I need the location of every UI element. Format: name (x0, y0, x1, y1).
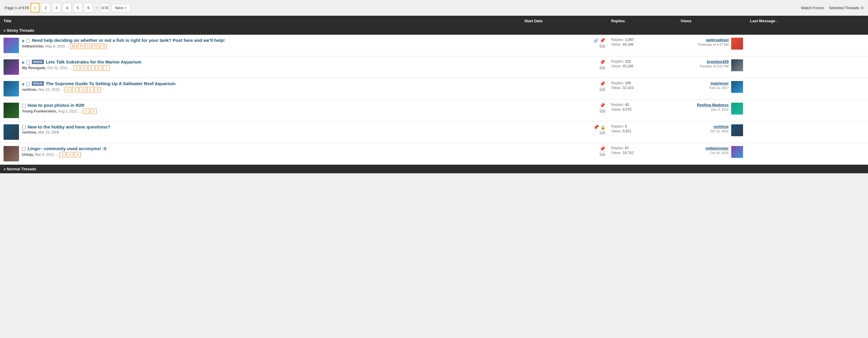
thread-page-link[interactable]: 6 (96, 65, 102, 71)
thread-page-link[interactable]: 5 (87, 87, 93, 92)
thread-author[interactable]: revhtree, (22, 130, 37, 134)
header-views: Views (677, 16, 747, 26)
avatar[interactable] (4, 38, 19, 53)
thread-page-link[interactable]: 73 (100, 43, 106, 49)
last-message-cell: mpjmeyerFeb 10, 2017 (677, 78, 747, 100)
article-badge: Article (32, 81, 44, 86)
thread-page-link[interactable]: 2 (59, 152, 66, 157)
thread-checkbox[interactable] (26, 82, 30, 86)
thread-page-link[interactable]: 3 (67, 152, 73, 157)
thread-page-link[interactable]: 70 (78, 43, 84, 49)
pin-icon[interactable]: 📌 (599, 81, 606, 87)
last-avatar[interactable] (731, 124, 743, 136)
last-avatar[interactable] (731, 146, 743, 158)
edit-link[interactable]: Edit (523, 44, 606, 48)
thread-title-link[interactable]: Lets Talk Substrates for the Marine Aqua… (46, 59, 142, 64)
edit-link[interactable]: Edit (523, 66, 606, 69)
last-author-link[interactable]: mdbannister (705, 146, 728, 150)
pin-icon[interactable]: 📌 (599, 103, 606, 108)
action-cell: 🔗📌Edit (521, 35, 608, 56)
thread-date: Aug 2, 2012 (58, 109, 78, 113)
title-cell: How to post photos in R2RYoung Frankenst… (0, 100, 521, 121)
page-last[interactable]: 678 (101, 3, 110, 12)
page-1[interactable]: 1 (31, 3, 39, 12)
last-author-link[interactable]: Reefing Madness (697, 103, 729, 107)
page-4[interactable]: 4 (63, 3, 71, 12)
thread-page-link[interactable]: 71 (85, 43, 92, 49)
thread-page-link[interactable]: 3 (90, 109, 97, 114)
thread-page-link[interactable]: 3 (72, 87, 79, 92)
thread-checkbox[interactable] (26, 61, 30, 64)
views-count: 45,345 (623, 64, 633, 68)
thread-title-link[interactable]: Lingo~ commonly used acronyms! :0 (28, 146, 106, 151)
views-count: 16,742 (623, 151, 633, 155)
thread-checkbox[interactable] (22, 147, 26, 151)
last-date: Yesterday at 9:37 AM (698, 43, 728, 46)
watch-forum-link[interactable]: Watch Forum (801, 6, 824, 10)
thread-checkbox[interactable] (22, 104, 26, 108)
replies-count: 5 (625, 124, 627, 128)
stats-cell: Replies: 105 Views: 32,103 (608, 78, 677, 100)
sticky-label: » Sticky Threads (0, 26, 868, 35)
edit-link[interactable]: Edit (523, 109, 606, 113)
thread-title-link[interactable]: How to post photos in R2R (28, 103, 85, 108)
next-button[interactable]: Next > (111, 4, 130, 12)
last-author-link[interactable]: mpjmeyer (710, 81, 728, 86)
thread-page-link[interactable]: 2 (83, 109, 89, 114)
last-author-link[interactable]: revhtree (713, 124, 728, 129)
last-avatar[interactable] (731, 103, 743, 115)
link-icon[interactable]: 🔗 (593, 38, 598, 43)
thread-checkbox[interactable] (22, 125, 26, 129)
header-title: Title (0, 16, 521, 26)
last-author-link[interactable]: eatbreakfast (706, 38, 729, 42)
thread-date: Nov 12, 2013 (38, 88, 59, 92)
views-label: Views: (611, 86, 622, 90)
pin-icon[interactable]: 📌 (599, 59, 606, 65)
thread-author[interactable]: Uninja, (22, 153, 34, 157)
lock-icon[interactable]: 🔒 (600, 125, 606, 130)
thread-author[interactable]: Young Frankenstein, (22, 109, 57, 113)
thread-page-link[interactable]: 69 (70, 43, 77, 49)
thread-page-link[interactable]: 5 (88, 65, 95, 71)
thread-page-link[interactable]: 2 (65, 87, 71, 92)
avatar[interactable] (4, 81, 19, 96)
page-3[interactable]: 3 (52, 3, 61, 12)
last-author-link[interactable]: brandon429 (707, 59, 729, 64)
edit-link[interactable]: Edit (523, 130, 606, 134)
thread-title-link[interactable]: The Supreme Guide To Setting Up A Saltwa… (46, 81, 175, 86)
last-avatar[interactable] (731, 38, 743, 50)
page-6[interactable]: 6 (84, 3, 93, 12)
thread-page-link[interactable]: 3 (73, 65, 80, 71)
last-avatar[interactable] (731, 59, 743, 71)
thread-page-link[interactable]: 4 (80, 87, 86, 92)
thread-page-link[interactable]: 7 (103, 65, 110, 71)
pin-icon[interactable]: 📌 (599, 146, 606, 152)
thread-author[interactable]: revhtree, (22, 88, 37, 92)
thread-page-link[interactable]: 4 (81, 65, 87, 71)
last-date: Oct 18, 2016 (705, 151, 728, 155)
thread-page-link[interactable]: 6 (94, 87, 101, 92)
edit-link[interactable]: Edit (523, 152, 606, 156)
pin-icon[interactable]: 📌 (593, 124, 599, 130)
action-cell: 📌Edit (521, 143, 608, 165)
thread-author[interactable]: Wy Renegade, (22, 66, 46, 70)
thread-page-link[interactable]: 72 (93, 43, 99, 49)
last-date: Oct 19, 2016 (710, 129, 729, 133)
thread-title-link[interactable]: New to the hobby and have questions? (28, 124, 110, 129)
avatar[interactable] (4, 124, 19, 140)
last-avatar[interactable] (731, 81, 743, 93)
table-row: How to post photos in R2RYoung Frankenst… (0, 100, 868, 121)
avatar[interactable] (4, 103, 19, 118)
page-5[interactable]: 5 (73, 3, 82, 12)
thread-author[interactable]: mdbannister, (22, 44, 44, 49)
page-2[interactable]: 2 (41, 3, 50, 12)
avatar[interactable] (4, 59, 19, 75)
thread-title-link[interactable]: Need help deciding on whether or not a f… (32, 38, 225, 43)
action-cell: 📌🔒Edit (521, 121, 608, 143)
stats-cell: Replies: 67 Views: 16,742 (608, 143, 677, 165)
avatar[interactable] (4, 146, 19, 161)
pin-icon[interactable]: 📌 (599, 38, 606, 43)
thread-checkbox[interactable] (26, 39, 30, 43)
thread-page-link[interactable]: 4 (74, 152, 81, 157)
edit-link[interactable]: Edit (523, 87, 606, 91)
